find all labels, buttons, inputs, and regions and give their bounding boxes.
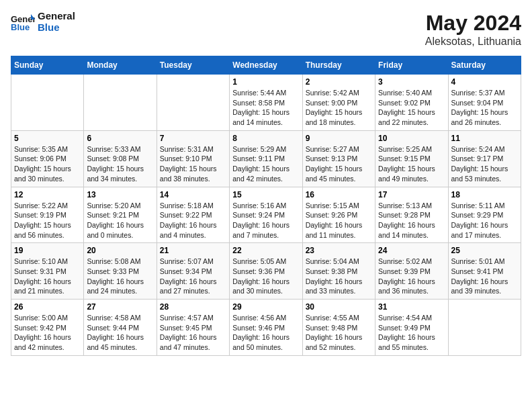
table-row: 26Sunrise: 5:00 AMSunset: 9:42 PMDayligh… [11, 300, 84, 356]
day-info: Sunrise: 5:20 AMSunset: 9:21 PMDaylight:… [87, 201, 153, 240]
table-row: 2Sunrise: 5:42 AMSunset: 9:00 PMDaylight… [302, 75, 375, 131]
day-number: 23 [306, 246, 372, 255]
day-info: Sunrise: 5:10 AMSunset: 9:31 PMDaylight:… [14, 257, 81, 296]
day-number: 20 [87, 246, 153, 255]
day-info: Sunrise: 5:25 AMSunset: 9:15 PMDaylight:… [378, 144, 445, 184]
col-thursday: Thursday [302, 56, 375, 75]
table-row: 4Sunrise: 5:37 AMSunset: 9:04 PMDaylight… [448, 75, 521, 131]
calendar-week-1: 1Sunrise: 5:44 AMSunset: 8:58 PMDaylight… [11, 75, 521, 131]
calendar-week-2: 5Sunrise: 5:35 AMSunset: 9:06 PMDaylight… [11, 130, 521, 187]
table-row: 12Sunrise: 5:22 AMSunset: 9:19 PMDayligh… [11, 187, 84, 243]
logo-icon: General Blue [11, 13, 35, 32]
col-monday: Monday [84, 56, 157, 75]
day-number: 5 [14, 134, 81, 143]
table-row [84, 75, 157, 131]
day-number: 3 [378, 77, 445, 87]
calendar-week-4: 19Sunrise: 5:10 AMSunset: 9:31 PMDayligh… [11, 243, 521, 300]
day-info: Sunrise: 4:58 AMSunset: 9:44 PMDaylight:… [87, 313, 153, 353]
day-info: Sunrise: 5:04 AMSunset: 9:38 PMDaylight:… [306, 257, 372, 296]
table-row: 8Sunrise: 5:29 AMSunset: 9:11 PMDaylight… [230, 130, 302, 187]
logo-general-text: General [38, 11, 75, 22]
table-row: 20Sunrise: 5:08 AMSunset: 9:33 PMDayligh… [84, 243, 157, 300]
day-number: 28 [160, 302, 226, 312]
col-friday: Friday [375, 56, 448, 75]
day-number: 14 [160, 190, 226, 199]
day-number: 25 [451, 246, 518, 255]
day-info: Sunrise: 4:56 AMSunset: 9:46 PMDaylight:… [232, 313, 299, 353]
day-number: 24 [378, 246, 445, 255]
day-info: Sunrise: 5:22 AMSunset: 9:19 PMDaylight:… [14, 201, 81, 240]
day-number: 26 [14, 302, 81, 312]
table-row: 7Sunrise: 5:31 AMSunset: 9:10 PMDaylight… [157, 130, 229, 187]
table-row: 5Sunrise: 5:35 AMSunset: 9:06 PMDaylight… [11, 130, 84, 187]
col-saturday: Saturday [448, 56, 521, 75]
day-info: Sunrise: 5:16 AMSunset: 9:24 PMDaylight:… [232, 201, 299, 240]
calendar-table: Sunday Monday Tuesday Wednesday Thursday… [11, 56, 521, 356]
day-info: Sunrise: 4:54 AMSunset: 9:49 PMDaylight:… [378, 313, 445, 353]
day-number: 13 [87, 190, 153, 199]
day-number: 19 [14, 246, 81, 255]
title-block: May 2024 Aleksotas, Lithuania [425, 11, 521, 48]
day-info: Sunrise: 4:55 AMSunset: 9:48 PMDaylight:… [306, 313, 372, 353]
table-row: 30Sunrise: 4:55 AMSunset: 9:48 PMDayligh… [302, 300, 375, 356]
day-number: 21 [160, 246, 226, 255]
day-info: Sunrise: 5:42 AMSunset: 9:00 PMDaylight:… [306, 88, 372, 128]
col-tuesday: Tuesday [157, 56, 229, 75]
day-info: Sunrise: 5:02 AMSunset: 9:39 PMDaylight:… [378, 257, 445, 296]
day-info: Sunrise: 5:11 AMSunset: 9:29 PMDaylight:… [451, 201, 518, 240]
day-number: 1 [232, 77, 299, 87]
table-row: 16Sunrise: 5:15 AMSunset: 9:26 PMDayligh… [302, 187, 375, 243]
col-sunday: Sunday [11, 56, 84, 75]
table-row: 31Sunrise: 4:54 AMSunset: 9:49 PMDayligh… [375, 300, 448, 356]
table-row: 9Sunrise: 5:27 AMSunset: 9:13 PMDaylight… [302, 130, 375, 187]
table-row: 11Sunrise: 5:24 AMSunset: 9:17 PMDayligh… [448, 130, 521, 187]
day-number: 4 [451, 77, 518, 87]
table-row: 23Sunrise: 5:04 AMSunset: 9:38 PMDayligh… [302, 243, 375, 300]
table-row: 27Sunrise: 4:58 AMSunset: 9:44 PMDayligh… [84, 300, 157, 356]
day-number: 15 [232, 190, 299, 199]
day-info: Sunrise: 5:44 AMSunset: 8:58 PMDaylight:… [232, 88, 299, 128]
day-info: Sunrise: 5:00 AMSunset: 9:42 PMDaylight:… [14, 313, 81, 353]
day-number: 22 [232, 246, 299, 255]
day-info: Sunrise: 5:18 AMSunset: 9:22 PMDaylight:… [160, 201, 226, 240]
table-row: 6Sunrise: 5:33 AMSunset: 9:08 PMDaylight… [84, 130, 157, 187]
table-row: 29Sunrise: 4:56 AMSunset: 9:46 PMDayligh… [230, 300, 302, 356]
table-row: 3Sunrise: 5:40 AMSunset: 9:02 PMDaylight… [375, 75, 448, 131]
month-title: May 2024 [425, 11, 521, 36]
table-row: 22Sunrise: 5:05 AMSunset: 9:36 PMDayligh… [230, 243, 302, 300]
day-number: 18 [451, 190, 518, 199]
page-header: General Blue General Blue May 2024 Aleks… [11, 11, 521, 48]
day-info: Sunrise: 5:15 AMSunset: 9:26 PMDaylight:… [306, 201, 372, 240]
day-info: Sunrise: 4:57 AMSunset: 9:45 PMDaylight:… [160, 313, 226, 353]
table-row: 19Sunrise: 5:10 AMSunset: 9:31 PMDayligh… [11, 243, 84, 300]
day-info: Sunrise: 5:24 AMSunset: 9:17 PMDaylight:… [451, 144, 518, 184]
day-number: 10 [378, 134, 445, 143]
table-row [448, 300, 521, 356]
day-info: Sunrise: 5:08 AMSunset: 9:33 PMDaylight:… [87, 257, 153, 296]
day-info: Sunrise: 5:40 AMSunset: 9:02 PMDaylight:… [378, 88, 445, 128]
table-row: 13Sunrise: 5:20 AMSunset: 9:21 PMDayligh… [84, 187, 157, 243]
calendar-header-row: Sunday Monday Tuesday Wednesday Thursday… [11, 56, 521, 75]
day-info: Sunrise: 5:13 AMSunset: 9:28 PMDaylight:… [378, 201, 445, 240]
day-number: 7 [160, 134, 226, 143]
day-number: 12 [14, 190, 81, 199]
table-row: 17Sunrise: 5:13 AMSunset: 9:28 PMDayligh… [375, 187, 448, 243]
svg-text:Blue: Blue [11, 22, 30, 32]
location-subtitle: Aleksotas, Lithuania [425, 36, 521, 48]
day-number: 9 [306, 134, 372, 143]
table-row: 14Sunrise: 5:18 AMSunset: 9:22 PMDayligh… [157, 187, 229, 243]
day-info: Sunrise: 5:29 AMSunset: 9:11 PMDaylight:… [232, 144, 299, 184]
table-row: 1Sunrise: 5:44 AMSunset: 8:58 PMDaylight… [230, 75, 302, 131]
calendar-week-5: 26Sunrise: 5:00 AMSunset: 9:42 PMDayligh… [11, 300, 521, 356]
day-info: Sunrise: 5:27 AMSunset: 9:13 PMDaylight:… [306, 144, 372, 184]
day-info: Sunrise: 5:07 AMSunset: 9:34 PMDaylight:… [160, 257, 226, 296]
table-row [11, 75, 84, 131]
table-row: 15Sunrise: 5:16 AMSunset: 9:24 PMDayligh… [230, 187, 302, 243]
day-info: Sunrise: 5:31 AMSunset: 9:10 PMDaylight:… [160, 144, 226, 184]
day-number: 8 [232, 134, 299, 143]
day-number: 29 [232, 302, 299, 312]
day-number: 17 [378, 190, 445, 199]
day-number: 31 [378, 302, 445, 312]
day-number: 27 [87, 302, 153, 312]
logo-blue-text: Blue [38, 22, 75, 34]
